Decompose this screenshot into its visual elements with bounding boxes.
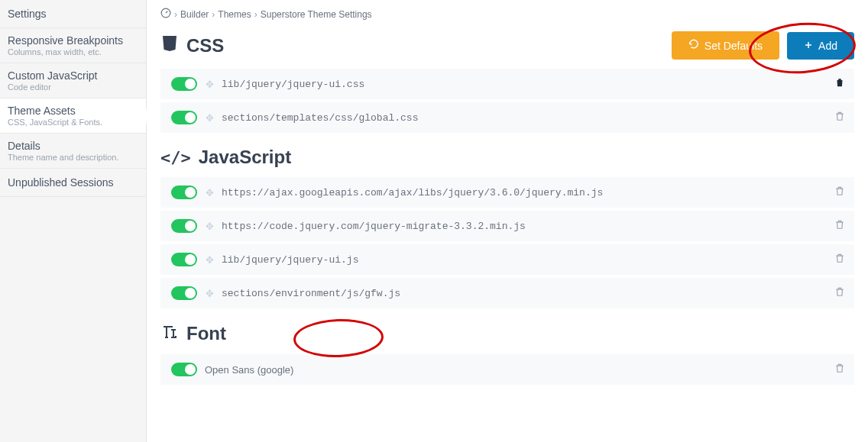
- trash-icon[interactable]: [833, 184, 847, 201]
- breadcrumb-separator: ›: [212, 9, 215, 20]
- dashboard-icon[interactable]: [160, 8, 171, 21]
- js-asset-list: ✥ https://ajax.googleapis.com/ajax/libs/…: [160, 177, 854, 308]
- trash-icon[interactable]: [833, 251, 847, 268]
- sidebar-item-label: Settings: [8, 8, 138, 20]
- sidebar-item-sublabel: Theme name and description.: [8, 153, 138, 162]
- trash-icon[interactable]: [833, 218, 847, 234]
- drag-handle-icon[interactable]: ✥: [203, 187, 215, 198]
- sidebar-item-label: Theme Assets: [8, 105, 138, 117]
- plus-icon: [804, 40, 813, 52]
- asset-toggle[interactable]: [171, 286, 197, 300]
- asset-toggle[interactable]: [171, 219, 197, 233]
- set-defaults-button[interactable]: Set Defaults: [672, 31, 779, 60]
- asset-path: sections/environment/js/gfw.js: [222, 288, 833, 299]
- sidebar: Settings Responsive Breakpoints Columns,…: [0, 0, 147, 442]
- trash-icon[interactable]: [833, 76, 847, 92]
- asset-path: lib/jquery/jquery-ui.js: [222, 254, 833, 266]
- asset-row: ✥ sections/templates/css/global.css: [160, 102, 854, 133]
- sidebar-item-sublabel: CSS, JavaScript & Fonts.: [8, 118, 138, 127]
- breadcrumb-builder[interactable]: Builder: [180, 9, 209, 20]
- css-icon: [160, 34, 179, 57]
- drag-handle-icon[interactable]: ✥: [203, 288, 215, 299]
- asset-toggle[interactable]: [171, 186, 197, 199]
- trash-icon[interactable]: [833, 109, 847, 126]
- asset-toggle[interactable]: [171, 77, 197, 91]
- asset-row: Open Sans (google): [160, 354, 854, 385]
- asset-path: https://code.jquery.com/jquery-migrate-3…: [222, 221, 833, 232]
- sidebar-item-label: Custom JavaScript: [8, 69, 138, 82]
- refresh-icon: [688, 39, 699, 52]
- asset-row: ✥ sections/environment/js/gfw.js: [160, 278, 854, 308]
- asset-path: https://ajax.googleapis.com/ajax/libs/jq…: [222, 187, 833, 198]
- breadcrumb-themes[interactable]: Themes: [218, 9, 251, 20]
- sidebar-item-label: Responsive Breakpoints: [8, 34, 138, 47]
- sidebar-item-settings[interactable]: Settings: [0, 0, 146, 28]
- asset-name: Open Sans (google): [205, 364, 833, 376]
- code-icon: </>: [160, 148, 191, 167]
- drag-handle-icon[interactable]: ✥: [203, 112, 215, 124]
- sidebar-item-sublabel: Columns, max width, etc.: [8, 47, 138, 56]
- main-content: › Builder › Themes › Superstore Theme Se…: [147, 0, 868, 442]
- breadcrumb-separator: ›: [254, 9, 257, 20]
- asset-path: sections/templates/css/global.css: [222, 112, 833, 124]
- asset-row: ✥ https://code.jquery.com/jquery-migrate…: [160, 211, 854, 241]
- sidebar-item-responsive-breakpoints[interactable]: Responsive Breakpoints Columns, max widt…: [0, 28, 146, 63]
- asset-toggle[interactable]: [171, 363, 197, 376]
- asset-toggle[interactable]: [171, 111, 197, 124]
- sidebar-item-label: Unpublished Sessions: [8, 176, 138, 189]
- sidebar-item-label: Details: [8, 140, 138, 152]
- sidebar-item-custom-javascript[interactable]: Custom JavaScript Code editor: [0, 63, 146, 98]
- font-icon: [160, 322, 179, 345]
- css-asset-list: ✥ lib/jquery/jquery-ui.css ✥ sections/te…: [160, 69, 854, 133]
- asset-path: lib/jquery/jquery-ui.css: [222, 79, 833, 90]
- asset-toggle[interactable]: [171, 253, 197, 266]
- breadcrumb-separator: ›: [174, 9, 177, 20]
- asset-row: ✥ lib/jquery/jquery-ui.js: [160, 244, 854, 275]
- breadcrumb: › Builder › Themes › Superstore Theme Se…: [160, 8, 854, 21]
- trash-icon[interactable]: [833, 285, 847, 302]
- font-asset-list: Open Sans (google): [160, 354, 854, 385]
- css-section-title: CSS: [160, 34, 224, 57]
- sidebar-item-theme-assets[interactable]: Theme Assets CSS, JavaScript & Fonts.: [0, 98, 146, 134]
- drag-handle-icon[interactable]: ✥: [203, 221, 215, 232]
- breadcrumb-current: Superstore Theme Settings: [261, 9, 372, 20]
- sidebar-item-sublabel: Code editor: [8, 82, 138, 92]
- sidebar-item-details[interactable]: Details Theme name and description.: [0, 134, 146, 169]
- drag-handle-icon[interactable]: ✥: [203, 254, 215, 266]
- drag-handle-icon[interactable]: ✥: [203, 79, 215, 90]
- javascript-section-title: </> JavaScript: [160, 147, 291, 168]
- add-button[interactable]: Add: [787, 32, 854, 60]
- asset-row: ✥ https://ajax.googleapis.com/ajax/libs/…: [160, 177, 854, 208]
- font-section-title: Font: [160, 322, 226, 345]
- asset-row: ✥ lib/jquery/jquery-ui.css: [160, 69, 854, 99]
- sidebar-item-unpublished-sessions[interactable]: Unpublished Sessions: [0, 169, 146, 197]
- trash-icon[interactable]: [833, 361, 847, 378]
